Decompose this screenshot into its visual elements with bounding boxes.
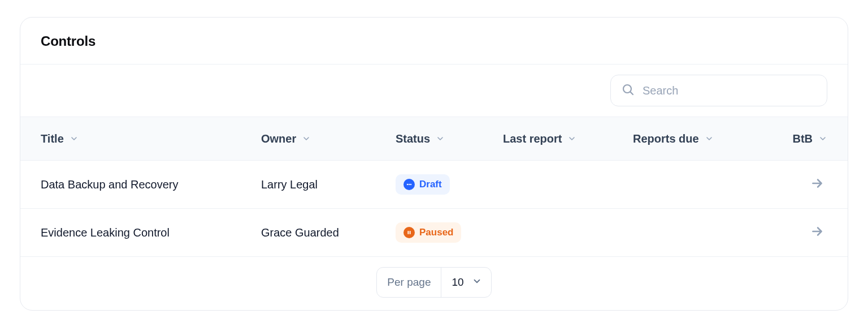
status-badge-label: Draft <box>419 179 442 190</box>
open-row-button[interactable] <box>807 174 827 195</box>
svg-rect-5 <box>407 231 409 234</box>
chevron-down-icon <box>472 276 482 289</box>
column-header-status-label: Status <box>396 132 430 145</box>
table-row[interactable]: Evidence Leaking Control Grace Guarded P… <box>20 209 848 257</box>
status-badge-label: Paused <box>419 227 453 238</box>
per-page-value: 10 <box>452 276 463 289</box>
panel-toolbar <box>20 64 848 117</box>
cell-title: Data Backup and Recovery <box>41 178 261 191</box>
arrow-right-icon <box>810 176 824 194</box>
chevron-down-icon <box>705 134 714 143</box>
svg-line-1 <box>630 92 633 94</box>
chevron-down-icon <box>302 134 311 143</box>
search-input[interactable] <box>643 84 817 97</box>
cell-owner: Larry Legal <box>261 178 396 191</box>
svg-rect-6 <box>410 231 411 234</box>
open-row-button[interactable] <box>807 222 827 243</box>
chevron-down-icon <box>818 134 827 143</box>
column-header-btb-label: BtB <box>792 132 813 145</box>
panel-title: Controls <box>41 33 827 49</box>
controls-panel: Controls Title Owner Statu <box>20 17 848 311</box>
panel-footer: Per page 10 <box>20 257 848 310</box>
column-header-title[interactable]: Title <box>41 132 261 145</box>
chevron-down-icon <box>436 134 445 143</box>
column-header-owner-label: Owner <box>261 132 296 145</box>
table-header-row: Title Owner Status Last report Reports d… <box>20 117 848 161</box>
column-header-title-label: Title <box>41 132 64 145</box>
table-row[interactable]: Data Backup and Recovery Larry Legal Dra… <box>20 161 848 209</box>
column-header-owner[interactable]: Owner <box>261 132 396 145</box>
cell-title: Evidence Leaking Control <box>41 226 261 239</box>
status-badge-paused: Paused <box>396 222 461 243</box>
column-header-btb[interactable]: BtB <box>769 132 827 145</box>
svg-point-4 <box>410 184 411 185</box>
pause-icon <box>403 227 415 238</box>
cell-status: Paused <box>396 222 503 243</box>
per-page-select[interactable]: 10 <box>441 268 491 297</box>
chevron-down-icon <box>567 134 576 143</box>
column-header-status[interactable]: Status <box>396 132 503 145</box>
per-page-control: Per page 10 <box>376 267 491 298</box>
chevron-down-icon <box>70 134 79 143</box>
per-page-label: Per page <box>377 268 441 297</box>
cell-btb <box>769 222 827 243</box>
column-header-last-report[interactable]: Last report <box>503 132 633 145</box>
arrow-right-icon <box>810 224 824 242</box>
cell-btb <box>769 174 827 195</box>
column-header-reports-due-label: Reports due <box>633 132 699 145</box>
cell-status: Draft <box>396 174 503 195</box>
svg-point-2 <box>407 184 408 185</box>
column-header-last-report-label: Last report <box>503 132 562 145</box>
status-badge-draft: Draft <box>396 174 450 195</box>
ellipsis-icon <box>403 179 415 190</box>
panel-header: Controls <box>20 18 848 64</box>
search-icon <box>621 83 635 98</box>
column-header-reports-due[interactable]: Reports due <box>633 132 769 145</box>
svg-point-3 <box>409 184 410 185</box>
cell-owner: Grace Guarded <box>261 226 396 239</box>
search-field[interactable] <box>610 75 827 106</box>
